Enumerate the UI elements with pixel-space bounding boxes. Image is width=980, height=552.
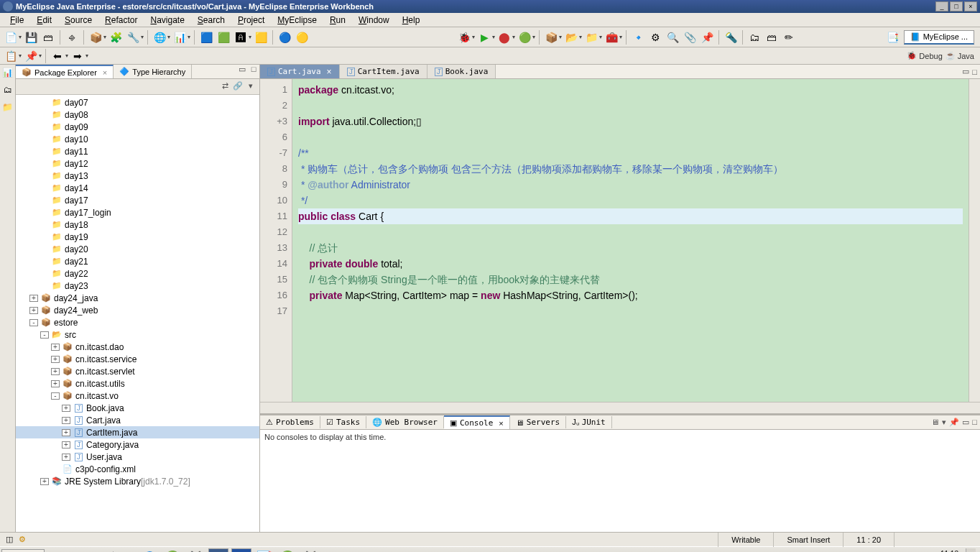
menu-refactor[interactable]: Refactor	[99, 14, 143, 27]
toolbar-icon[interactable]: 🧩	[108, 29, 124, 45]
maximize-view-button[interactable]: □	[248, 65, 259, 76]
new-button[interactable]: 📄	[3, 29, 19, 45]
menu-navigate[interactable]: Navigate	[144, 14, 190, 27]
toolbar-icon[interactable]: 🟦	[198, 29, 214, 45]
tree-item[interactable]: 📄c3p0-config.xml	[16, 463, 259, 475]
tree-item[interactable]: +📦day24_web	[16, 304, 259, 316]
tree-item[interactable]: 📁day17	[16, 194, 259, 206]
new-class-button[interactable]: 📦	[543, 29, 559, 45]
view-menu-button[interactable]: ▾	[245, 81, 256, 93]
maximize-button[interactable]: □	[972, 418, 977, 427]
tree-toggle[interactable]: +	[62, 417, 70, 424]
tree-toggle[interactable]: +	[62, 454, 70, 461]
close-button[interactable]: ×	[964, 1, 977, 12]
java-perspective-link[interactable]: ☕ Java	[946, 51, 974, 60]
editor-tab[interactable]: 🄹 Cart.java×	[260, 65, 340, 78]
maximize-button[interactable]: □	[950, 1, 963, 12]
minimize-view-button[interactable]: ▭	[236, 65, 248, 76]
firefox-icon[interactable]: 🦊	[185, 548, 205, 553]
trim-icon[interactable]: 📁	[2, 102, 14, 114]
search-button[interactable]: 🔦	[723, 29, 739, 45]
pin-icon[interactable]: 📌	[949, 418, 959, 427]
tree-toggle[interactable]: +	[62, 405, 70, 412]
run-button[interactable]: ▶	[476, 29, 492, 45]
tree-item[interactable]: 📁day23	[16, 280, 259, 292]
tree-toggle[interactable]: +	[40, 478, 49, 485]
editor-tab[interactable]: 🄹 Book.java	[427, 65, 496, 78]
toolbar-icon[interactable]: 🅰	[233, 29, 249, 45]
start-button[interactable]: 开始	[1, 549, 45, 552]
menu-help[interactable]: Help	[397, 14, 426, 27]
tree-toggle[interactable]: +	[51, 368, 60, 375]
tab-package-explorer[interactable]: 📦 Package Explorer×	[16, 65, 114, 78]
tab-type-hierarchy[interactable]: 🔷 Type Hierarchy	[114, 65, 192, 78]
minimize-button[interactable]: ▭	[962, 67, 969, 76]
toolbar-icon[interactable]: 🗃	[764, 29, 780, 45]
show-desktop-button[interactable]	[966, 548, 976, 553]
toolbar-icon[interactable]: 🟨	[253, 29, 269, 45]
toolbar-icon[interactable]: 📌	[699, 29, 715, 45]
save-button[interactable]: 💾	[23, 29, 39, 45]
toolbar-icon[interactable]: 🔹	[630, 29, 646, 45]
tree-item[interactable]: 📁day18	[16, 218, 259, 231]
myeclipse-icon[interactable]: 8	[208, 548, 228, 553]
toolbar-icon[interactable]: 📋	[3, 48, 19, 64]
tree-item[interactable]: 📁day19	[16, 231, 259, 243]
toolbar-icon[interactable]: 📊	[172, 29, 188, 45]
firefox-icon[interactable]: 🦊	[300, 548, 320, 553]
toolbar-icon[interactable]: 🟡	[294, 29, 310, 45]
tree-item[interactable]: +📦cn.itcast.service	[16, 353, 259, 365]
tree-item[interactable]: -📦estore	[16, 316, 259, 328]
code-editor[interactable]: 12+36-7891011121314151617 package cn.itc…	[260, 79, 980, 402]
tree-item[interactable]: 📁day17_login	[16, 206, 259, 218]
tree-item[interactable]: 📁day20	[16, 243, 259, 255]
menu-search[interactable]: Search	[192, 14, 231, 27]
close-icon[interactable]: ×	[327, 67, 332, 77]
app-icon[interactable]: 📝	[254, 548, 274, 553]
tree-item[interactable]: 📁day10	[16, 133, 259, 145]
toolbar-icon[interactable]: 🖥	[931, 418, 939, 427]
horizontal-scrollbar[interactable]	[260, 402, 980, 413]
tree-item[interactable]: +📦cn.itcast.dao	[16, 341, 259, 353]
tree-toggle[interactable]: +	[51, 344, 60, 351]
debug-button[interactable]: 🐞	[456, 29, 472, 45]
tree-item[interactable]: -📦cn.itcast.vo	[16, 390, 259, 402]
toolbar-icon[interactable]: 🧰	[604, 29, 619, 45]
tree-item[interactable]: +🄹Category.java	[16, 438, 259, 451]
toolbar-icon[interactable]: 🔧	[125, 29, 141, 45]
tree-item[interactable]: 📁day13	[16, 170, 259, 182]
perspective-myeclipse[interactable]: 📘 MyEclipse ...	[904, 30, 974, 45]
toolbar-icon[interactable]: ✏	[781, 29, 797, 45]
menu-source[interactable]: Source	[59, 14, 98, 27]
bottom-tab-servers[interactable]: 🖥 Servers	[510, 416, 566, 428]
minimize-button[interactable]: _	[935, 1, 948, 12]
toolbar-icon[interactable]: ▾	[942, 418, 946, 427]
menu-file[interactable]: File	[4, 14, 29, 27]
maximize-button[interactable]: □	[972, 68, 977, 76]
stop-button[interactable]: ⬤	[496, 29, 512, 45]
vertical-scrollbar[interactable]	[969, 79, 980, 402]
menu-run[interactable]: Run	[324, 14, 351, 27]
tree-item[interactable]: +🄹CartItem.java	[16, 426, 259, 438]
tree-toggle[interactable]: -	[51, 392, 60, 400]
tree-item[interactable]: +📚JRE System Library [jdk1.7.0_72]	[16, 475, 259, 487]
menu-window[interactable]: Window	[353, 14, 395, 27]
tree-toggle[interactable]: +	[51, 380, 60, 387]
tree-item[interactable]: +🄹User.java	[16, 451, 259, 463]
save-all-button[interactable]: 🗃	[40, 29, 56, 45]
ie-icon[interactable]: ⓔ	[139, 548, 160, 553]
tree-item[interactable]: 📁day09	[16, 121, 259, 133]
toolbar-icon[interactable]: 📂	[563, 29, 579, 45]
bottom-tab-junit[interactable]: Jᵤ JUnit	[566, 416, 612, 428]
tree-item[interactable]: 📁day22	[16, 267, 259, 280]
toolbar-icon[interactable]: 🗂	[746, 29, 762, 45]
toolbar-icon[interactable]: 🟩	[216, 29, 231, 45]
bottom-tab-web-browser[interactable]: 🌐 Web Browser	[366, 416, 444, 428]
trim-icon[interactable]: 🗂	[2, 85, 14, 96]
explorer-icon[interactable]: 📁	[116, 548, 137, 553]
tree-item[interactable]: 📁day11	[16, 145, 259, 157]
tree-toggle[interactable]: +	[62, 429, 70, 436]
toolbar-icon[interactable]: 📁	[583, 29, 599, 45]
tree-item[interactable]: +📦day24_java	[16, 292, 259, 304]
close-icon[interactable]: ×	[103, 68, 107, 77]
